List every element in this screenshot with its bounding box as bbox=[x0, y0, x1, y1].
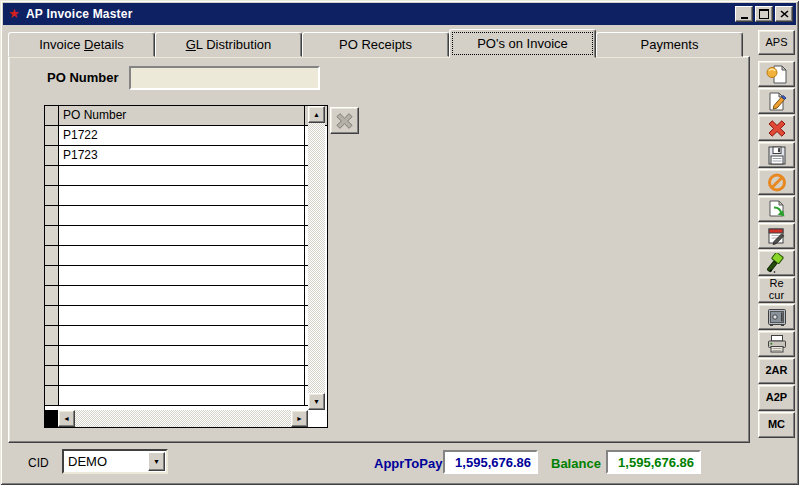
po-number-cell[interactable]: P1722 bbox=[59, 126, 305, 145]
row-header-cell bbox=[45, 186, 59, 205]
grid-body: P1722P1723 bbox=[45, 126, 308, 410]
po-number-cell[interactable] bbox=[59, 166, 305, 185]
tab-label: PO's on Invoice bbox=[477, 36, 568, 51]
edit-button[interactable] bbox=[758, 88, 795, 114]
table-row[interactable]: P1723 bbox=[45, 146, 308, 166]
row-header-cell bbox=[45, 266, 59, 285]
aps-button[interactable]: APS bbox=[758, 30, 795, 55]
pos-on-invoice-panel: PO Number PO Number P1722P1723 ▲ ▼ ◄ ► bbox=[8, 56, 750, 443]
scroll-up-button[interactable]: ▲ bbox=[308, 106, 325, 123]
scrollbar-corner bbox=[308, 410, 327, 427]
row-header-cell bbox=[45, 346, 59, 365]
window-controls bbox=[735, 6, 793, 22]
hammer-icon bbox=[765, 253, 789, 274]
appr-to-pay-label: ApprToPay bbox=[374, 456, 442, 471]
close-button[interactable] bbox=[775, 6, 793, 22]
tab-payments[interactable]: Payments bbox=[596, 32, 743, 57]
new-button[interactable] bbox=[758, 61, 795, 87]
horizontal-scroll-track[interactable] bbox=[75, 410, 291, 427]
po-number-cell[interactable] bbox=[59, 366, 305, 385]
po-number-cell[interactable] bbox=[59, 386, 305, 405]
horizontal-scrollbar[interactable]: ◄ ► bbox=[45, 410, 308, 427]
table-row[interactable] bbox=[45, 386, 308, 406]
po-number-cell[interactable] bbox=[59, 326, 305, 345]
post-button[interactable] bbox=[758, 250, 795, 276]
edit-document-icon bbox=[765, 91, 789, 112]
grid-corner-cell bbox=[45, 106, 59, 125]
tab-po-receipts[interactable]: PO Receipts bbox=[302, 32, 449, 57]
mc-button[interactable]: MC bbox=[758, 412, 795, 438]
close-icon bbox=[780, 10, 789, 18]
vertical-scrollbar[interactable]: ▲ ▼ bbox=[308, 106, 325, 410]
copy-button[interactable] bbox=[758, 196, 795, 222]
po-number-cell[interactable] bbox=[59, 286, 305, 305]
copy-document-icon bbox=[765, 199, 789, 220]
table-row[interactable] bbox=[45, 346, 308, 366]
save-floppy-icon bbox=[765, 145, 789, 166]
table-row[interactable] bbox=[45, 186, 308, 206]
table-row[interactable] bbox=[45, 306, 308, 326]
scroll-left-button[interactable]: ◄ bbox=[58, 410, 75, 427]
app-icon: ★ bbox=[6, 6, 22, 22]
table-row[interactable] bbox=[45, 246, 308, 266]
table-row[interactable] bbox=[45, 206, 308, 226]
po-number-cell[interactable] bbox=[59, 266, 305, 285]
po-number-cell[interactable] bbox=[59, 186, 305, 205]
printer-icon bbox=[765, 334, 789, 355]
table-row[interactable] bbox=[45, 366, 308, 386]
delete-button[interactable] bbox=[758, 115, 795, 141]
maximize-icon bbox=[759, 9, 769, 19]
cid-combobox[interactable]: DEMO ▼ bbox=[62, 449, 168, 474]
scroll-right-button[interactable]: ► bbox=[291, 410, 308, 427]
tab-label: PO Receipts bbox=[339, 37, 412, 52]
row-header-cell bbox=[45, 386, 59, 405]
save-button[interactable] bbox=[758, 142, 795, 168]
scroll-down-button[interactable]: ▼ bbox=[308, 393, 325, 410]
table-row[interactable]: P1722 bbox=[45, 126, 308, 146]
row-header-cell bbox=[45, 206, 59, 225]
table-row[interactable] bbox=[45, 266, 308, 286]
po-number-cell[interactable] bbox=[59, 206, 305, 225]
scrollbar-thumb[interactable] bbox=[45, 410, 58, 427]
po-number-cell[interactable] bbox=[59, 306, 305, 325]
cancel-button[interactable] bbox=[758, 169, 795, 195]
toolbar: APS Re cur bbox=[758, 30, 796, 439]
table-row[interactable] bbox=[45, 166, 308, 186]
row-header-cell bbox=[45, 226, 59, 245]
po-number-label: PO Number bbox=[47, 70, 119, 85]
tab-po-s-on-invoice[interactable]: PO's on Invoice bbox=[449, 29, 596, 58]
gray-x-icon bbox=[333, 111, 356, 131]
row-header-cell bbox=[45, 146, 59, 165]
row-header-cell bbox=[45, 286, 59, 305]
notes-button[interactable] bbox=[758, 223, 795, 249]
po-number-input[interactable] bbox=[129, 66, 320, 90]
row-header-cell bbox=[45, 326, 59, 345]
minimize-icon bbox=[741, 17, 748, 19]
minimize-button[interactable] bbox=[735, 6, 753, 22]
po-number-column-header: PO Number bbox=[59, 106, 305, 125]
table-row[interactable] bbox=[45, 286, 308, 306]
po-number-cell[interactable] bbox=[59, 226, 305, 245]
vault-button[interactable] bbox=[758, 304, 795, 330]
a2p-button[interactable]: A2P bbox=[758, 385, 795, 411]
title-bar[interactable]: ★ AP Invoice Master bbox=[3, 3, 796, 25]
ap-invoice-master-window: { "window": { "title": "AP Invoice Maste… bbox=[0, 0, 799, 485]
print-button[interactable] bbox=[758, 331, 795, 357]
po-number-cell[interactable] bbox=[59, 246, 305, 265]
tab-label: GL Distribution bbox=[186, 37, 272, 52]
tab-gl-distribution[interactable]: GL Distribution bbox=[155, 32, 302, 57]
2ar-button[interactable]: 2AR bbox=[758, 358, 795, 384]
po-number-cell[interactable]: P1723 bbox=[59, 146, 305, 165]
po-number-cell[interactable] bbox=[59, 346, 305, 365]
row-header-cell bbox=[45, 126, 59, 145]
remove-po-button[interactable] bbox=[330, 107, 359, 134]
table-row[interactable] bbox=[45, 226, 308, 246]
maximize-button[interactable] bbox=[755, 6, 773, 22]
tab-invoice-details[interactable]: Invoice Details bbox=[8, 32, 155, 57]
safe-icon bbox=[765, 307, 789, 328]
recur-button[interactable]: Re cur bbox=[758, 277, 795, 303]
tab-label: Payments bbox=[641, 37, 699, 52]
chevron-down-icon[interactable]: ▼ bbox=[148, 452, 165, 471]
notes-calendar-icon bbox=[765, 226, 789, 247]
table-row[interactable] bbox=[45, 326, 308, 346]
